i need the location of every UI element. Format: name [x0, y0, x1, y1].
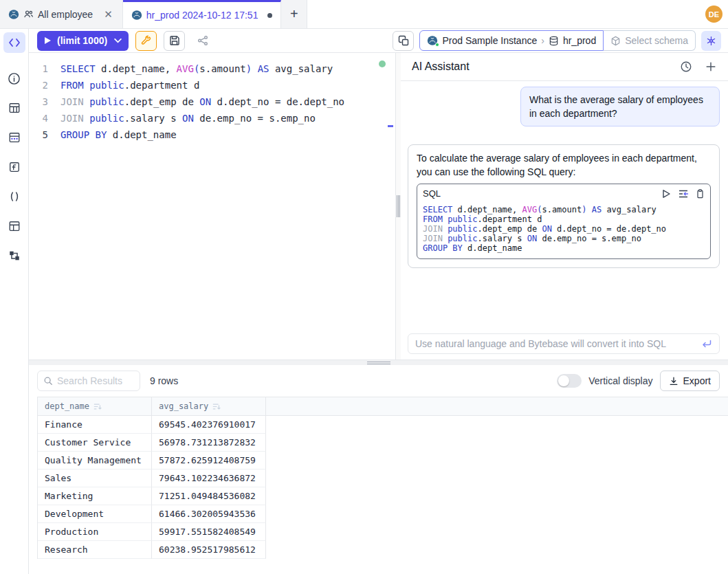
- insert-sql-icon[interactable]: [678, 189, 689, 199]
- vertical-resize-handle[interactable]: [395, 53, 401, 360]
- results-grid: dept_name avg_salary Finance69545.402376…: [37, 397, 728, 559]
- function-icon: [8, 161, 21, 173]
- table-cell[interactable]: 61466.302005943536: [152, 505, 266, 523]
- table-cell[interactable]: 56978.731213872832: [152, 434, 266, 452]
- ai-chat-area: What is the average salary of employees …: [401, 81, 728, 360]
- close-icon[interactable]: ✕: [102, 8, 114, 21]
- table-row[interactable]: Sales79643.102234636872: [38, 470, 728, 487]
- table-cell[interactable]: 79643.102234636872: [152, 470, 266, 487]
- user-message: What is the average salary of employees …: [520, 87, 720, 126]
- new-tab-button[interactable]: +: [281, 0, 307, 28]
- tab-all-employee[interactable]: All employee ✕: [0, 0, 123, 28]
- sidebar-item-sample-data[interactable]: [3, 127, 25, 148]
- sort-icon[interactable]: [212, 403, 221, 410]
- sidebar-item-info[interactable]: [3, 68, 25, 89]
- table-row[interactable]: Research60238.952517985612: [38, 541, 728, 559]
- table-cell[interactable]: Development: [38, 505, 152, 523]
- table-cell[interactable]: 57872.625912408759: [152, 452, 266, 470]
- sidebar-item-procedures[interactable]: [3, 186, 25, 207]
- openai-icon: [705, 35, 717, 47]
- table-row[interactable]: Quality Management57872.625912408759: [38, 452, 728, 470]
- tab-bar: All employee ✕ hr_prod 2024-10-12 17:51 …: [0, 0, 728, 29]
- new-chat-icon[interactable]: [705, 60, 717, 73]
- sidebar-item-schema-diagram[interactable]: [3, 245, 25, 266]
- results-grid-body: Finance69545.402376910017Customer Servic…: [38, 416, 728, 559]
- content-area: (limit 1000): [29, 29, 728, 574]
- save-sheet-button[interactable]: [164, 31, 185, 51]
- sidebar-item-functions[interactable]: [3, 157, 25, 177]
- results-toolbar: 9 rows Vertical display Export: [29, 365, 728, 397]
- ai-panel-title: AI Assistant: [412, 60, 470, 73]
- table-cell[interactable]: 69545.402376910017: [152, 416, 266, 434]
- cube-icon: [610, 36, 621, 46]
- table-data-icon: [8, 131, 21, 144]
- admin-mode-button[interactable]: [135, 31, 157, 51]
- postgresql-icon: [8, 9, 19, 20]
- history-icon[interactable]: [680, 60, 692, 73]
- share-icon: [197, 35, 208, 46]
- tab-label: hr_prod 2024-10-12 17:51: [146, 10, 258, 21]
- table-row[interactable]: Production59917.551582408549: [38, 523, 728, 541]
- table-row[interactable]: Marketing71251.049484536082: [38, 487, 728, 505]
- main-area: (limit 1000): [0, 29, 728, 574]
- connection-status-dot: [379, 60, 386, 67]
- ai-panel-header: AI Assistant: [401, 53, 728, 81]
- table-row[interactable]: Development61466.302005943536: [38, 505, 728, 523]
- column-header-dept-name[interactable]: dept_name: [38, 397, 152, 415]
- sort-icon[interactable]: [93, 403, 102, 410]
- export-button[interactable]: Export: [660, 371, 720, 391]
- sidebar-item-tables[interactable]: [3, 98, 25, 118]
- tab-hr-prod[interactable]: hr_prod 2024-10-12 17:51: [123, 0, 282, 28]
- ai-response-text: To calculate the average salary of emplo…: [417, 153, 697, 177]
- sql-editor[interactable]: 1SELECT d.dept_name, AVG(s.amount) AS av…: [29, 53, 395, 360]
- table-cell[interactable]: Customer Service: [38, 434, 152, 452]
- play-icon: [44, 36, 52, 45]
- horizontal-resize-handle[interactable]: [29, 360, 728, 365]
- table-cell[interactable]: Sales: [38, 470, 152, 487]
- run-query-button[interactable]: (limit 1000): [37, 31, 129, 51]
- table-cell[interactable]: 60238.952517985612: [152, 541, 266, 559]
- batch-query-button[interactable]: [393, 31, 414, 51]
- workspace: 1SELECT d.dept_name, AVG(s.amount) AS av…: [29, 53, 728, 360]
- enter-icon[interactable]: [701, 339, 712, 349]
- schema-placeholder: Select schema: [625, 35, 688, 46]
- wrench-icon: [141, 35, 152, 46]
- table-cell[interactable]: Research: [38, 541, 152, 559]
- copy-sql-icon[interactable]: [696, 189, 705, 199]
- table-cell[interactable]: Marketing: [38, 487, 152, 505]
- instance-online-dot: [435, 43, 439, 47]
- table-cell[interactable]: Quality Management: [38, 452, 152, 470]
- table-cell[interactable]: Finance: [38, 416, 152, 434]
- sidebar-item-sql-editor[interactable]: [3, 32, 25, 53]
- table-row[interactable]: Finance69545.402376910017: [38, 416, 728, 434]
- search-results-box[interactable]: [37, 371, 140, 391]
- instance-database-selector[interactable]: Prod Sample Instance › hr_prod: [419, 30, 604, 51]
- table-cell[interactable]: 71251.049484536082: [152, 487, 266, 505]
- editor-code[interactable]: 1SELECT d.dept_name, AVG(s.amount) AS av…: [29, 60, 395, 143]
- tabbar-spacer: [307, 0, 705, 28]
- results-grid-header: dept_name avg_salary: [38, 397, 728, 416]
- drag-grip-icon: [397, 195, 400, 217]
- vertical-display-toggle[interactable]: [557, 374, 582, 388]
- run-sql-icon[interactable]: [661, 189, 671, 199]
- search-icon: [43, 376, 53, 386]
- ai-prompt-box: [408, 333, 720, 354]
- postgresql-icon: [427, 35, 438, 46]
- table-icon: [8, 220, 21, 232]
- table-row[interactable]: Customer Service56978.731213872832: [38, 434, 728, 452]
- connection-selector: Prod Sample Instance › hr_prod Select sc…: [419, 30, 696, 51]
- share-sheet-button[interactable]: [192, 31, 213, 51]
- search-results-input[interactable]: [57, 375, 134, 386]
- unsaved-dot-icon: [267, 13, 272, 18]
- download-icon: [669, 376, 679, 386]
- ai-assistant-button[interactable]: [701, 31, 721, 51]
- sidebar-item-views[interactable]: [3, 216, 25, 236]
- avatar[interactable]: DE: [705, 5, 723, 23]
- schema-selector[interactable]: Select schema: [604, 30, 696, 51]
- table-cell[interactable]: 59917.551582408549: [152, 523, 266, 541]
- chevron-down-icon[interactable]: [114, 38, 122, 43]
- code-icon: [8, 37, 21, 48]
- column-header-avg-salary[interactable]: avg_salary: [152, 397, 266, 415]
- ai-prompt-input[interactable]: [415, 338, 696, 349]
- table-cell[interactable]: Production: [38, 523, 152, 541]
